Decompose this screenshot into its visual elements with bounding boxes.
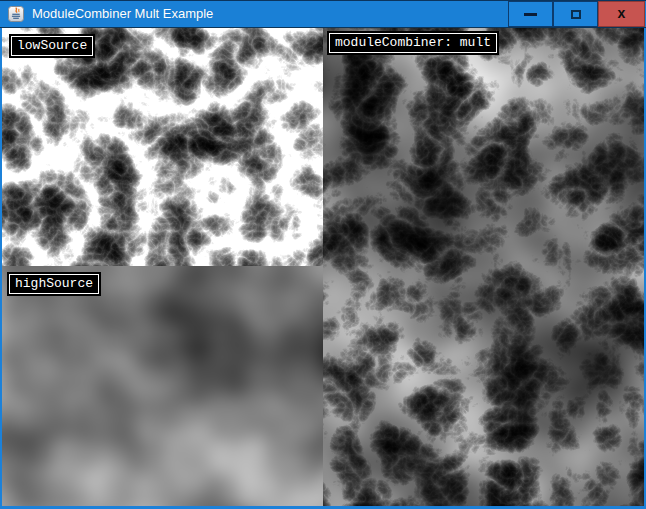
low-source-label: lowSource: [9, 34, 95, 58]
content-area: lowSource highSource moduleCombiner: mul…: [0, 28, 646, 509]
maximize-button[interactable]: [553, 1, 598, 27]
app-window: ModuleCombiner Mult Example x lowSource: [0, 0, 646, 509]
close-button[interactable]: x: [598, 1, 645, 27]
window-controls: x: [508, 1, 645, 27]
module-combiner-mult-texture: [323, 28, 644, 506]
maximize-icon: [571, 10, 581, 19]
low-source-texture: [2, 28, 323, 266]
left-column: lowSource highSource: [2, 28, 323, 506]
panel-high-source: highSource: [2, 266, 323, 506]
minimize-button[interactable]: [508, 1, 553, 27]
java-app-icon: [8, 6, 24, 22]
titlebar[interactable]: ModuleCombiner Mult Example x: [0, 0, 646, 28]
high-source-label-text: highSource: [9, 274, 99, 294]
close-icon: x: [618, 6, 626, 20]
high-source-label: highSource: [7, 272, 101, 296]
high-source-texture: [2, 266, 323, 506]
minimize-icon: [524, 13, 537, 16]
module-combiner-mult-label-text: moduleCombiner: mult: [329, 33, 497, 53]
panel-low-source: lowSource: [2, 28, 323, 266]
low-source-label-text: lowSource: [11, 36, 93, 56]
panel-module-combiner-mult: moduleCombiner: mult: [323, 28, 644, 506]
window-title: ModuleCombiner Mult Example: [32, 1, 508, 27]
module-combiner-mult-label: moduleCombiner: mult: [327, 31, 499, 55]
